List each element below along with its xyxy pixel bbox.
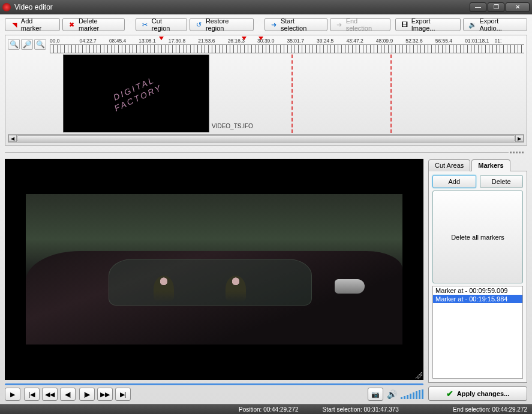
maximize-button[interactable]: ❐ <box>488 2 504 12</box>
ruler-label: 21:53.6 <box>198 38 227 44</box>
video-preview[interactable] <box>5 159 423 380</box>
ruler-label: 56:55.4 <box>435 38 465 44</box>
go-start-button[interactable]: |◀ <box>24 388 40 401</box>
scissors-icon: ✂ <box>141 20 149 29</box>
apply-changes-button[interactable]: ✔ Apply changes... <box>428 386 527 401</box>
zoom-out-button[interactable]: 🔎 <box>21 39 33 50</box>
check-icon: ✔ <box>446 389 453 398</box>
ruler-label: 17:30.8 <box>169 38 198 44</box>
ruler-label: 43:47.2 <box>346 38 375 44</box>
resize-grip-icon[interactable] <box>415 371 422 379</box>
ruler-label: 01: <box>495 38 524 44</box>
timeline-panel: 🔍 🔎 🔍 00,004:22.708:45.413:08.117:30.821… <box>5 35 527 146</box>
clip-thumbnail-text: DIGITALFACTORY <box>109 74 164 114</box>
clip-filename: VIDEO_TS.IFO <box>212 123 253 129</box>
panel-divider[interactable] <box>5 149 527 155</box>
marker-list[interactable]: Marker at - 00:09:59.009 Marker at - 00:… <box>432 286 523 379</box>
add-marker-button[interactable]: ◥ Add marker <box>5 18 60 31</box>
ruler-label: 39:24.5 <box>317 38 346 44</box>
status-bar: Position: 00:44:29.272 Start selection: … <box>0 404 532 414</box>
ruler-label: 52:32.6 <box>405 38 435 44</box>
timeline-playhead-marker[interactable] <box>259 37 263 40</box>
scroll-left-button[interactable]: ◀ <box>8 135 17 142</box>
snapshot-button[interactable]: 📷 <box>368 388 383 401</box>
ruler-label: 48:09.9 <box>376 38 405 44</box>
go-end-button[interactable]: ▶| <box>115 388 131 401</box>
side-delete-button[interactable]: Delete <box>480 175 524 188</box>
marker-list-item[interactable]: Marker at - 00:19:15.984 <box>433 295 522 303</box>
start-selection-icon: ➜ <box>270 20 278 29</box>
tab-markers[interactable]: Markers <box>471 159 510 171</box>
step-forward-button[interactable]: |▶ <box>79 388 95 401</box>
delete-marker-icon: ✖ <box>68 20 76 29</box>
volume-slider[interactable] <box>401 389 423 399</box>
marker-list-item[interactable]: Marker at - 00:09:59.009 <box>433 286 522 295</box>
rewind-button[interactable]: ◀◀ <box>42 388 58 401</box>
speaker-icon[interactable]: 🔊 <box>387 389 397 399</box>
scroll-right-button[interactable]: ▶ <box>515 135 524 142</box>
ruler-label: 08:45.4 <box>109 38 139 44</box>
playback-progress[interactable] <box>5 383 423 385</box>
status-end-selection: End selection: 00:44:29.272 <box>453 406 527 413</box>
tab-cut-areas[interactable]: Cut Areas <box>428 159 470 171</box>
marker-icon: ◥ <box>10 20 19 29</box>
fast-forward-button[interactable]: ▶▶ <box>97 388 113 401</box>
cut-region-button[interactable]: ✂ Cut region <box>136 18 187 31</box>
zoom-in-button[interactable]: 🔍 <box>8 39 20 50</box>
status-start-selection: Start selection: 00:31:47.373 <box>323 406 429 413</box>
ruler-label: 04:22.7 <box>79 38 109 44</box>
ruler-label: 13:08.1 <box>139 38 168 44</box>
timeline-clip[interactable]: DIGITALFACTORY <box>63 55 209 132</box>
play-button[interactable]: ▶ <box>5 388 20 401</box>
side-add-button[interactable]: Add <box>432 175 476 188</box>
video-frame <box>26 194 402 345</box>
side-panel: Cut Areas Markers Add Delete Delete all … <box>428 159 527 401</box>
status-position: Position: 00:44:29.272 <box>239 406 299 413</box>
ruler-label: 01:01:18.1 <box>465 38 494 44</box>
ruler-label: 00,0 <box>50 38 79 44</box>
app-icon <box>2 3 11 11</box>
end-selection-icon: ➜ <box>335 20 344 29</box>
window-title: Video editor <box>14 3 470 11</box>
delete-marker-button[interactable]: ✖ Delete marker <box>62 18 125 31</box>
speaker-export-icon: 🔉 <box>468 20 477 29</box>
selection-start-line[interactable] <box>291 55 293 133</box>
selection-end-line[interactable] <box>390 55 392 133</box>
timeline-marker-1[interactable] <box>159 37 164 40</box>
playback-controls: ▶ |◀ ◀◀ ◀| |▶ ▶▶ ▶| 📷 🔊 <box>5 388 423 401</box>
side-delete-all-button[interactable]: Delete all markers <box>432 191 523 283</box>
timeline-scrollbar[interactable]: ◀ ▶ <box>8 134 524 143</box>
ruler-label: 35:01.7 <box>287 38 317 44</box>
restore-region-button[interactable]: ↺ Restore region <box>190 18 254 31</box>
close-button[interactable]: ✕ <box>506 2 530 12</box>
timeline-marker-2[interactable] <box>242 37 247 40</box>
timeline-ruler[interactable]: 00,004:22.708:45.413:08.117:30.821:53.62… <box>50 38 524 55</box>
minimize-button[interactable]: — <box>470 2 486 12</box>
step-back-button[interactable]: ◀| <box>60 388 76 401</box>
export-audio-button[interactable]: 🔉 Export Audio... <box>463 18 527 31</box>
main-toolbar: ◥ Add marker ✖ Delete marker ✂ Cut regio… <box>5 18 527 31</box>
timeline-zoom-group: 🔍 🔎 🔍 <box>8 38 46 50</box>
zoom-fit-button[interactable]: 🔍 <box>34 39 46 50</box>
timeline-track[interactable]: DIGITALFACTORY VIDEO_TS.IFO <box>55 55 524 133</box>
scroll-thumb[interactable] <box>17 135 515 141</box>
film-icon: 🎞 <box>401 20 409 29</box>
start-selection-button[interactable]: ➜ Start selection <box>265 18 327 31</box>
export-image-button[interactable]: 🎞 Export Image... <box>395 18 461 31</box>
title-bar: Video editor — ❐ ✕ <box>0 0 532 14</box>
end-selection-button: ➜ End selection <box>330 18 390 31</box>
restore-icon: ↺ <box>195 20 203 29</box>
